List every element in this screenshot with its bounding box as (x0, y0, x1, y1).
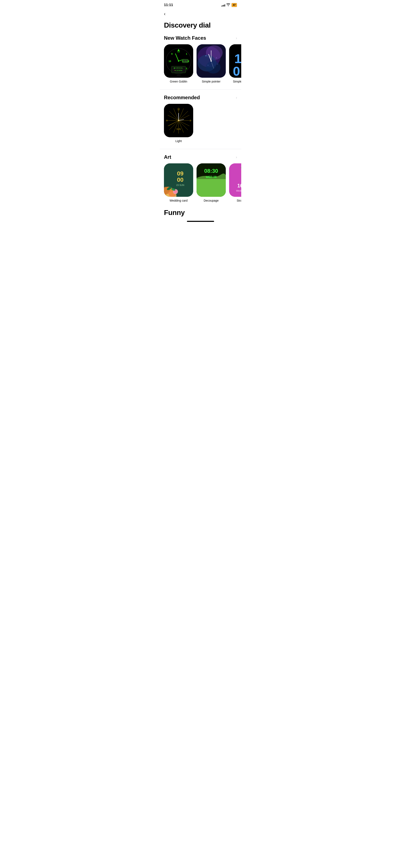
back-button[interactable]: ‹ (160, 9, 241, 18)
watch-item-simple-numbers[interactable]: 1 0 0 9 Simple Numbers (229, 44, 241, 83)
watch-item-green-goblin[interactable]: 11 1 2 3 10 9 20-SUN (164, 44, 193, 83)
svg-text:0: 0 (233, 64, 240, 78)
svg-text:3: 3 (190, 119, 191, 122)
svg-text:09: 09 (177, 170, 183, 177)
section-header-recommended: Recommended › (160, 95, 241, 104)
art-list: 09 00 23 SUN Wedding card (160, 163, 241, 202)
signal-icon (221, 4, 225, 6)
watch-item-light[interactable]: 12 9 3 SUN Light (164, 104, 193, 143)
svg-text:9: 9 (166, 119, 167, 122)
svg-point-33 (211, 60, 212, 62)
svg-point-28 (208, 65, 209, 66)
svg-text:♥: ♥ (175, 70, 175, 71)
status-bar: 11:11 47 (160, 0, 241, 9)
home-bar (187, 221, 214, 222)
watch-label-simple-numbers: Simple Numbers (229, 80, 241, 83)
svg-point-29 (217, 64, 218, 65)
svg-text:1: 1 (234, 52, 241, 66)
section-title-new: New Watch Faces (164, 35, 206, 41)
svg-text:11: 11 (177, 50, 180, 53)
section-title-recommended: Recommended (164, 95, 200, 100)
watch-item-decoupage[interactable]: 08:30 WED 08 Decoupage (196, 163, 226, 202)
svg-point-25 (205, 55, 207, 56)
status-time: 11:11 (164, 3, 173, 7)
watch-item-wedding-card[interactable]: 09 00 23 SUN Wedding card (164, 163, 193, 202)
section-art: Art › 09 (160, 154, 241, 207)
watch-face-strawberry: 16:40 Wednesday 23 (229, 163, 241, 197)
section-arrow-new[interactable]: › (236, 36, 237, 40)
status-icons: 47 (221, 3, 237, 7)
svg-text:08:30: 08:30 (204, 168, 218, 174)
wifi-icon (226, 3, 230, 7)
svg-text:3: 3 (186, 67, 187, 70)
section-title-funny: Funny (160, 207, 241, 217)
watch-face-simple-numbers: 1 0 0 9 (229, 44, 241, 78)
svg-text:SUN: SUN (176, 128, 181, 130)
svg-point-27 (216, 57, 217, 59)
watch-face-wedding: 09 00 23 SUN (164, 163, 193, 197)
svg-text:⊕: ⊕ (174, 67, 175, 69)
new-watch-faces-list: 11 1 2 3 10 9 20-SUN (160, 44, 241, 83)
section-recommended: Recommended › (160, 95, 241, 147)
watch-label-decoupage: Decoupage (196, 199, 226, 202)
watch-label-green-goblin: Green Goblin (164, 80, 193, 83)
svg-text:9: 9 (171, 53, 173, 55)
svg-text:23 SUN: 23 SUN (176, 184, 184, 186)
battery-indicator: 47 (232, 3, 237, 7)
svg-text:00: 00 (177, 177, 183, 183)
svg-text:10: 10 (168, 60, 171, 62)
watch-label-light: Light (164, 140, 193, 143)
svg-point-11 (178, 60, 179, 62)
section-header-new: New Watch Faces › (160, 35, 241, 44)
watch-item-strawberry[interactable]: 16:40 Wednesday 23 Strawberry (229, 163, 241, 202)
section-arrow-recommended[interactable]: › (236, 95, 237, 100)
section-title-art: Art (164, 154, 171, 160)
section-header-art: Art › (160, 154, 241, 163)
watch-face-green-goblin: 11 1 2 3 10 9 20-SUN (164, 44, 193, 78)
svg-text:10543: 10543 (177, 74, 181, 76)
page-title: Discovery dial (160, 18, 241, 35)
recommended-list: 12 9 3 SUN Light (160, 104, 241, 143)
watch-label-simple-pointer: Simple pointer (196, 80, 226, 83)
section-arrow-art[interactable]: › (236, 155, 237, 159)
svg-text:WED 08: WED 08 (206, 175, 217, 179)
svg-text:12: 12 (177, 108, 180, 111)
section-new-watch-faces: New Watch Faces › 11 1 2 3 (160, 35, 241, 87)
divider-2 (160, 149, 241, 149)
svg-text:16:40: 16:40 (237, 183, 241, 188)
svg-text:▼ 205 KCAL: ▼ 205 KCAL (175, 67, 183, 69)
watch-face-decoupage: 08:30 WED 08 (196, 163, 226, 197)
divider-1 (160, 89, 241, 90)
watch-face-light: 12 9 3 SUN (164, 104, 193, 137)
svg-text:Wednesday 23: Wednesday 23 (236, 189, 241, 192)
svg-text:20-SUN: 20-SUN (182, 60, 189, 62)
svg-text:1: 1 (186, 53, 187, 55)
home-indicator (160, 217, 241, 224)
watch-label-wedding-card: Wedding card (164, 199, 193, 202)
watch-face-simple-pointer (196, 44, 226, 78)
svg-text:♥ 105 BPM: ♥ 105 BPM (175, 70, 182, 71)
watch-label-strawberry: Strawberry (229, 199, 241, 202)
watch-item-simple-pointer[interactable]: Simple pointer (196, 44, 226, 83)
